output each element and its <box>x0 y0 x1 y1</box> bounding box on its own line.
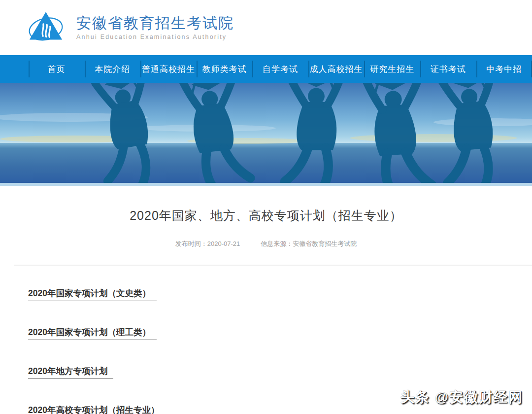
nav-item-home[interactable]: 首页 <box>29 55 85 83</box>
article-link-local-plan[interactable]: 2020年地方专项计划 <box>28 365 113 379</box>
nav-item-middle-school-admission[interactable]: 中考中招 <box>476 55 532 83</box>
article-link-national-plan-liberal-arts[interactable]: 2020年国家专项计划（文史类） <box>28 287 157 301</box>
article-content: 2020年国家、地方、高校专项计划（招生专业） 发布时间：2020-07-21信… <box>0 207 532 414</box>
site-logo-icon[interactable] <box>28 7 64 48</box>
nav-item-about[interactable]: 本院介绍 <box>85 55 141 83</box>
page: 安徽省教育招生考试院 Anhui Education Examinations … <box>0 0 532 414</box>
nav-item-adult-college-admission[interactable]: 成人高校招生 <box>308 55 365 83</box>
site-title-en: Anhui Education Examinations Authority <box>76 34 234 40</box>
nav-item-certificate-exams[interactable]: 证书考试 <box>420 55 476 83</box>
nav-item-graduate-admission[interactable]: 研究生招生 <box>364 55 420 83</box>
nav-item-teacher-exams[interactable]: 教师类考试 <box>197 55 253 83</box>
list-item: 2020年国家专项计划（理工类） <box>28 326 532 340</box>
list-item: 2020年国家专项计划（文史类） <box>28 287 532 301</box>
source-label: 信息来源： <box>261 240 293 247</box>
graduates-banner-illustration <box>0 83 532 186</box>
main-navbar: 首页 本院介绍 普通高校招生 教师类考试 自学考试 成人高校招生 研究生招生 证… <box>0 55 532 83</box>
site-title: 安徽省教育招生考试院 <box>76 15 234 32</box>
article-title: 2020年国家、地方、高校专项计划（招生专业） <box>0 207 532 224</box>
banner-image <box>0 83 532 186</box>
list-item: 2020年地方专项计划 <box>28 365 532 379</box>
article-link-university-plan[interactable]: 2020年高校专项计划（招生专业） <box>28 404 165 414</box>
content-divider <box>14 265 532 266</box>
toutiao-watermark: 头条 @安徽财经网 <box>400 388 523 407</box>
publish-time-label: 发布时间： <box>175 240 207 247</box>
site-header: 安徽省教育招生考试院 Anhui Education Examinations … <box>0 0 532 55</box>
article-link-national-plan-science[interactable]: 2020年国家专项计划（理工类） <box>28 326 157 340</box>
nav-item-college-admission[interactable]: 普通高校招生 <box>140 55 197 83</box>
nav-item-self-study-exam[interactable]: 自学考试 <box>252 55 308 83</box>
source-value: 安徽省教育招生考试院 <box>293 240 357 247</box>
nav-list: 首页 本院介绍 普通高校招生 教师类考试 自学考试 成人高校招生 研究生招生 证… <box>29 55 532 83</box>
brand-block: 安徽省教育招生考试院 Anhui Education Examinations … <box>76 15 234 41</box>
publish-time-value: 2020-07-21 <box>207 240 240 247</box>
article-meta: 发布时间：2020-07-21信息来源：安徽省教育招生考试院 <box>0 240 532 248</box>
